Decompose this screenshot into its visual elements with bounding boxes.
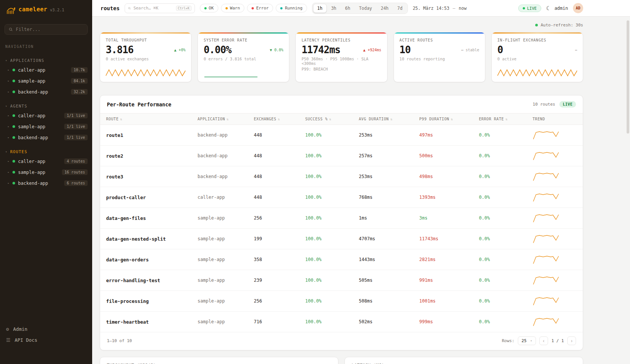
error-rate-sparkline [204, 66, 283, 79]
live-toggle[interactable]: LIVE [518, 5, 541, 12]
sidebar-item-api-docs[interactable]: ☰ API Docs [6, 337, 86, 343]
auto-refresh-label: Auto-refresh: 30s [540, 23, 583, 28]
live-label: LIVE [527, 6, 537, 11]
time-range-display[interactable]: 25. März 14:53 — now [413, 6, 467, 11]
section-header-routes[interactable]: ▾ ROUTES [0, 147, 92, 156]
column-header-error-rate[interactable]: ERROR RATE⇅ [473, 114, 527, 125]
sidebar-item-routes-sample-app[interactable]: ▸ sample-app 16 routes [0, 167, 92, 178]
status-dot [12, 91, 15, 93]
charts-row: THROUGHPUT (MSG/S) LATENCY (MS) [100, 357, 583, 364]
table-row[interactable]: timer-heartbeat sample-app 716 100.0% 50… [100, 312, 583, 332]
filter-chip-running[interactable]: Running [276, 4, 307, 12]
range-button-24h[interactable]: 24h [377, 4, 393, 13]
section-header-applications[interactable]: ▾ APPLICATIONS [0, 56, 92, 65]
live-status-dot [523, 7, 525, 9]
sidebar-section-routes: ▾ ROUTES ▸ caller-app 4 routes ▸ sample-… [0, 147, 92, 189]
scrollbar-thumb[interactable] [627, 20, 629, 134]
sidebar-item-admin[interactable]: ⚙ Admin [6, 326, 86, 332]
range-button-3h[interactable]: 3h [327, 4, 341, 13]
footer-item-label: Admin [13, 326, 28, 332]
avg-duration-cell: 1ms [353, 208, 413, 229]
sidebar-item-label: sample-app [18, 78, 45, 84]
column-header-route[interactable]: ROUTE⇅ [100, 114, 191, 125]
sidebar-filter[interactable] [5, 24, 88, 35]
kpi-title: LATENCY PERCENTILES [301, 38, 381, 42]
kpi-card-active-routes: ACTIVE ROUTES 10 ⇔ stable 10 routes repo… [394, 32, 485, 82]
kpi-title: IN-FLIGHT EXCHANGES [497, 38, 577, 42]
sort-icon: ⇅ [451, 117, 453, 121]
kpi-card-total-throughput: TOTAL THROUGHPUT 3.816 ▲ +0% 0 active ex… [100, 32, 191, 82]
exchanges-cell: 358 [248, 249, 299, 270]
sidebar-item-label: caller-app [18, 159, 45, 164]
error-rate-cell: 0.0% [473, 312, 527, 332]
column-header-exchanges[interactable]: EXCHANGES⇅ [248, 114, 299, 125]
table-row[interactable]: file-processing sample-app 256 100.0% 50… [100, 291, 583, 312]
success-cell: 100.0% [299, 125, 353, 146]
sort-icon: ⇅ [505, 117, 508, 121]
table-row[interactable]: data-gen-orders sample-app 358 100.0% 14… [100, 249, 583, 270]
status-dot [12, 125, 15, 128]
sidebar-item-agent-sample-app[interactable]: ▸ sample-app 1/1 live [0, 121, 92, 132]
filter-chip-error[interactable]: Error [247, 4, 273, 12]
range-button-6h[interactable]: 6h [341, 4, 355, 13]
moon-icon: ☾ [546, 5, 550, 12]
avg-duration-cell: 768ms [353, 187, 413, 208]
range-button-today[interactable]: Today [355, 4, 376, 13]
application-cell: backend-app [191, 125, 248, 146]
per-route-performance-panel: Per-Route Performance 10 routes LIVE ROU… [100, 95, 583, 350]
section-label: ROUTES [10, 149, 27, 154]
trend-cell [527, 229, 583, 249]
success-cell: 100.0% [299, 166, 353, 187]
rows-per-page-select[interactable]: 25 ▾ [518, 336, 536, 345]
global-search[interactable]: Ctrl+K [125, 3, 195, 13]
sidebar-item-agent-backend-app[interactable]: ▸ backend-app 1/1 live [0, 132, 92, 143]
column-header-success[interactable]: SUCCESS %⇅ [299, 114, 353, 125]
kpi-delta: ▼ 0.0% [270, 48, 283, 52]
column-header-application[interactable]: APPLICATION⇅ [191, 114, 248, 125]
avg-duration-cell: 502ms [353, 312, 413, 332]
sidebar-item-sample-app[interactable]: ▸ sample-app 84.1k [0, 75, 92, 86]
section-header-agents[interactable]: ▾ AGENTS [0, 102, 92, 110]
exchanges-cell: 448 [248, 146, 299, 166]
search-input[interactable] [133, 6, 173, 11]
application-cell: sample-app [191, 291, 248, 312]
theme-toggle-button[interactable]: ☾ [546, 5, 550, 12]
kpi-card-latency: LATENCY PERCENTILES 11742ms ▲ +924ms P50… [295, 32, 387, 82]
next-page-button[interactable]: › [567, 336, 576, 345]
application-cell: sample-app [191, 229, 248, 249]
table-row[interactable]: route2 backend-app 448 100.0% 257ms 500m… [100, 146, 583, 166]
prev-page-button[interactable]: ‹ [539, 336, 548, 345]
success-cell: 100.0% [299, 229, 353, 249]
sidebar-item-routes-backend-app[interactable]: ▸ backend-app 6 routes [0, 178, 92, 189]
table-row[interactable]: error-handling-test sample-app 239 100.0… [100, 270, 583, 291]
range-button-7d[interactable]: 7d [393, 4, 407, 13]
table-row[interactable]: route1 backend-app 448 100.0% 253ms 497m… [100, 125, 583, 146]
kpi-title: ACTIVE ROUTES [400, 38, 479, 42]
avatar[interactable]: AD [573, 3, 583, 13]
column-header-avg-duration[interactable]: AVG DURATION⇅ [353, 114, 413, 125]
filter-chip-warn[interactable]: Warn [221, 4, 245, 12]
route-cell: timer-heartbeat [100, 312, 191, 332]
table-row[interactable]: product-caller caller-app 448 100.0% 768… [100, 187, 583, 208]
sidebar-item-caller-app[interactable]: ▸ caller-app 10.7k [0, 65, 92, 75]
throughput-sparkline [106, 66, 185, 79]
filter-chip-ok[interactable]: OK [200, 4, 218, 12]
app-version: v3.2.1 [50, 8, 64, 12]
section-label: APPLICATIONS [10, 58, 44, 63]
table-row[interactable]: data-gen-nested-split sample-app 199 100… [100, 229, 583, 249]
filter-input[interactable] [16, 27, 83, 32]
sidebar-item-agent-caller-app[interactable]: ▸ caller-app 1/1 live [0, 110, 92, 121]
sidebar-item-backend-app[interactable]: ▸ backend-app 32.2k [0, 86, 92, 97]
table-row[interactable]: route3 backend-app 448 100.0% 253ms 498m… [100, 166, 583, 187]
application-cell: sample-app [191, 312, 248, 332]
column-header-p99-duration[interactable]: P99 DURATION⇅ [413, 114, 473, 125]
avg-duration-cell: 508ms [353, 291, 413, 312]
success-cell: 100.0% [299, 146, 353, 166]
docs-icon: ☰ [6, 337, 11, 343]
p99-duration-cell: 498ms [413, 166, 473, 187]
topbar: routes Ctrl+K OK Warn Error [92, 0, 630, 17]
table-row[interactable]: data-gen-files sample-app 256 100.0% 1ms… [100, 208, 583, 229]
success-cell: 100.0% [299, 208, 353, 229]
range-button-1h[interactable]: 1h [313, 4, 327, 13]
sidebar-item-routes-caller-app[interactable]: ▸ caller-app 4 routes [0, 156, 92, 167]
